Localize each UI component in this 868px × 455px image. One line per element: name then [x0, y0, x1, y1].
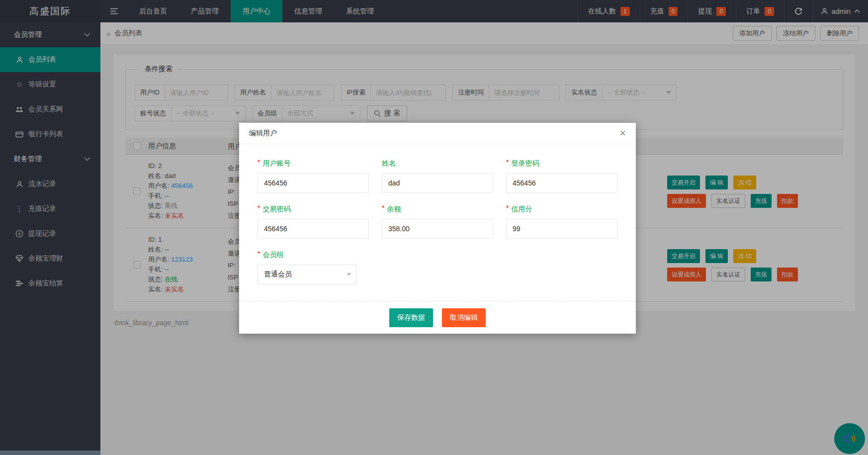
- required-asterisk: *: [382, 204, 384, 212]
- edit-user-modal: 编辑用户 × *用户账号 姓名 *登录密码 *交易密码 *余额: [239, 123, 636, 334]
- modal-footer: 保存数据 取消编辑: [239, 301, 636, 334]
- login-password-field: *登录密码: [506, 159, 617, 193]
- login-password-label: 登录密码: [511, 159, 539, 167]
- required-asterisk: *: [506, 204, 509, 212]
- close-icon[interactable]: ×: [619, 128, 626, 139]
- name-field: 姓名: [382, 159, 493, 193]
- trade-password-input[interactable]: [258, 219, 369, 239]
- balance-field: *余额: [382, 205, 493, 239]
- account-label: 用户账号: [262, 159, 290, 167]
- modal-header: 编辑用户 ×: [239, 123, 636, 144]
- save-button[interactable]: 保存数据: [389, 308, 433, 327]
- member-group-label: 会员组: [262, 251, 283, 259]
- required-asterisk: *: [258, 250, 260, 258]
- balance-label: 余额: [387, 205, 401, 213]
- login-password-input[interactable]: [506, 173, 617, 193]
- trade-password-field: *交易密码: [258, 205, 369, 239]
- member-group-field: *会员组 普通会员: [258, 251, 369, 284]
- credit-field: *信用分: [506, 205, 617, 239]
- credit-label: 信用分: [511, 205, 532, 213]
- account-input[interactable]: [258, 173, 369, 193]
- modal-body: *用户账号 姓名 *登录密码 *交易密码 *余额 *信用分: [239, 144, 636, 301]
- required-asterisk: *: [258, 204, 260, 212]
- credit-input[interactable]: [506, 219, 617, 239]
- name-label: 姓名: [382, 159, 396, 167]
- required-asterisk: *: [258, 158, 260, 166]
- caret-down-icon: [347, 273, 351, 276]
- cancel-button[interactable]: 取消编辑: [442, 308, 486, 327]
- required-asterisk: *: [506, 158, 509, 166]
- balance-input[interactable]: [382, 219, 493, 239]
- name-input[interactable]: [382, 173, 493, 193]
- account-field: *用户账号: [258, 159, 369, 193]
- modal-title: 编辑用户: [249, 129, 277, 138]
- member-group-select[interactable]: 普通会员: [258, 265, 357, 284]
- member-group-value: 普通会员: [264, 270, 292, 279]
- trade-password-label: 交易密码: [262, 205, 290, 213]
